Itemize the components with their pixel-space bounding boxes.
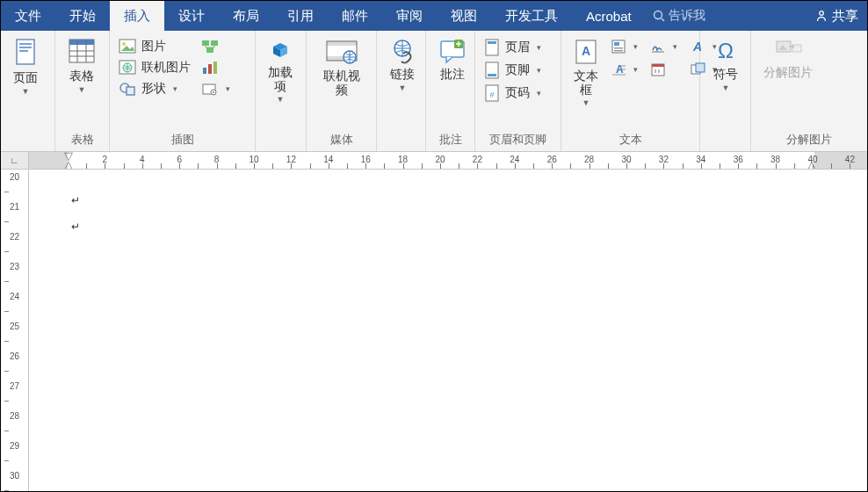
dropcap-icon: A [611,62,626,77]
chevron-down-icon: ▾ [537,66,541,75]
vruler-tick: 24 [10,292,19,301]
tab-design[interactable]: 设计 [164,1,219,31]
picture-label: 图片 [141,39,166,54]
menu-tabs: 文件 开始 插入 设计 布局 引用 邮件 审阅 视图 开发工具 Acrobat … [1,1,867,31]
chart-button[interactable] [199,59,232,76]
vruler-minor-tick [4,192,9,192]
svg-rect-6 [19,50,28,52]
link-label: 链接 [390,68,415,81]
tab-layout[interactable]: 布局 [219,1,273,31]
online-picture-label: 联机图片 [141,60,191,76]
chevron-down-icon: ▼ [582,98,590,107]
chevron-down-icon: ▾ [537,89,541,98]
signature-button[interactable]: ▾ [648,38,679,55]
hanging-indent-icon[interactable]: △ [64,158,73,169]
picture-button[interactable]: 图片 [117,38,192,55]
tab-acrobat[interactable]: Acrobat [572,1,646,31]
share-button[interactable]: 共享 [806,1,867,31]
online-video-button[interactable]: 联机视频 [314,36,369,98]
textbox-label: 文本框 [574,69,598,97]
addins-button[interactable]: 加载 项 ▼ [263,36,298,105]
vruler-tick: 21 [10,202,19,212]
svg-point-2 [820,11,824,16]
textbox-button[interactable]: A 文本框 ▼ [568,36,604,109]
footer-label: 页脚 [505,62,530,78]
ruler-row: ∟ ▽ △ △ 24681012141618202224262830323436… [1,152,867,170]
tab-home[interactable]: 开始 [55,1,110,31]
table-icon [68,38,96,66]
horizontal-ruler[interactable]: ▽ △ △ 2468101214161820222426283032343638… [29,152,867,169]
svg-rect-21 [206,47,213,53]
footer-button[interactable]: 页脚▾ [482,61,543,80]
table-button[interactable]: 表格 ▼ [62,36,101,96]
chevron-down-icon: ▾ [633,65,638,74]
tab-review[interactable]: 审阅 [382,1,437,31]
shapes-label: 形状 [141,81,166,97]
group-text-label: 文本 [561,132,699,151]
vertical-ruler[interactable]: 2021222324252627282930 [1,170,29,491]
tab-references[interactable]: 引用 [273,1,328,31]
svg-point-14 [122,42,126,46]
svg-rect-23 [208,64,212,74]
svg-point-0 [654,11,662,19]
date-time-button[interactable] [648,61,679,78]
decompose-picture-button[interactable]: 分解图片 [758,36,818,82]
chevron-down-icon: ▾ [673,42,677,51]
ruler-right-margin [814,152,867,169]
page-icon [13,38,38,68]
smartart-button[interactable] [199,38,232,55]
link-icon [389,38,416,64]
chevron-down-icon: ▾ [633,42,638,51]
vruler-tick: 22 [10,232,19,242]
textbox-icon: A [574,38,598,66]
page-surface[interactable]: ↵ ↵ [29,170,867,491]
links-button[interactable]: 链接 ▼ [384,36,421,94]
vruler-tick: 20 [10,172,19,182]
comment-button[interactable]: 批注 [433,36,472,83]
tell-me-search[interactable]: 告诉我 [646,1,712,31]
quick-parts-button[interactable]: ▾ [609,38,640,55]
chevron-down-icon: ▼ [22,87,30,96]
svg-rect-22 [203,68,206,74]
pages-button[interactable]: 页面 ▼ [8,36,43,98]
chevron-down-icon: ▼ [722,83,730,92]
group-comments-label: 批注 [426,132,474,151]
quickparts-icon [611,39,626,54]
chevron-down-icon: ▾ [537,43,541,52]
ruler-left-margin [29,152,68,169]
signature-icon [650,39,666,54]
vruler-tick: 29 [10,441,19,451]
addins-icon [268,38,293,62]
comment-label: 批注 [440,68,465,81]
chevron-down-icon: ▾ [173,84,177,93]
vruler-tick: 25 [10,322,19,331]
chart-icon [201,60,219,76]
svg-rect-36 [488,41,496,44]
online-picture-icon [119,60,136,76]
header-icon [484,39,500,56]
video-label: 联机视频 [323,69,360,97]
shapes-button[interactable]: 形状▾ [117,80,192,98]
svg-rect-24 [213,62,217,74]
symbol-button[interactable]: Ω 符号 ▼ [707,36,744,94]
tab-view[interactable]: 视图 [437,1,491,31]
tab-insert[interactable]: 插入 [110,1,164,31]
tab-file[interactable]: 文件 [1,1,55,31]
vruler-tick: 27 [10,381,19,391]
tab-selector[interactable]: ∟ [1,152,29,169]
vruler-minor-tick [4,371,9,372]
group-illustrations-label: 插图 [110,132,255,151]
svg-text:A: A [582,44,590,58]
page-number-button[interactable]: #页码▾ [482,83,543,103]
vruler-minor-tick [4,311,9,312]
share-icon [814,9,828,23]
chevron-down-icon: ▼ [277,95,285,104]
addins-label: 加载 项 [268,66,293,93]
symbol-icon: Ω [712,38,739,64]
header-button[interactable]: 页眉▾ [482,38,543,57]
online-picture-button[interactable]: 联机图片 [117,59,192,76]
tab-developer[interactable]: 开发工具 [491,1,572,31]
dropcap-button[interactable]: A▾ [609,61,640,78]
tab-mail[interactable]: 邮件 [328,1,382,31]
screenshot-button[interactable]: ▾ [199,80,232,98]
